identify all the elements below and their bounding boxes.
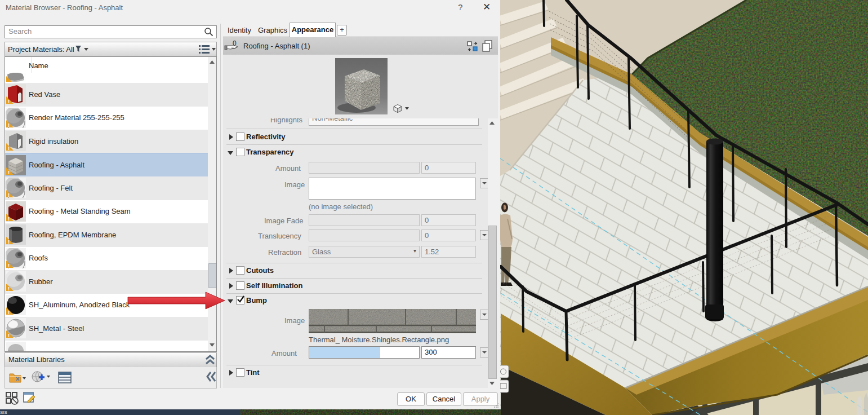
svg-text:!: ! <box>8 122 10 128</box>
svg-text:!: ! <box>8 239 10 245</box>
svg-text:!: ! <box>8 192 10 198</box>
svg-text:!: ! <box>8 310 10 315</box>
svg-text:!: ! <box>8 333 10 338</box>
svg-text:!: ! <box>8 170 10 175</box>
svg-text:!: ! <box>8 286 10 292</box>
svg-text:!: ! <box>8 145 10 151</box>
svg-text:!: ! <box>8 216 10 222</box>
svg-text:!: ! <box>8 263 10 268</box>
svg-text:!: ! <box>8 99 10 104</box>
